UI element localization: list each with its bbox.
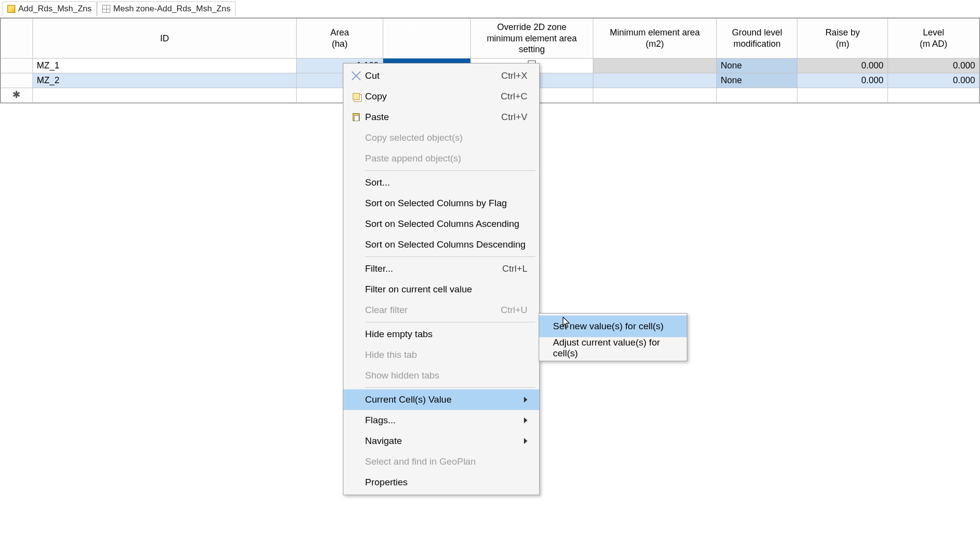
tab-bar: Add_Rds_Msh_Zns Mesh zone-Add_Rds_Msh_Zn… [0,0,980,18]
row-header-blank[interactable] [1,19,33,59]
menu-item-cut[interactable]: CutCtrl+X [343,65,539,86]
col-min-element-area[interactable]: Minimum element area (m2) [593,19,717,59]
cell-id[interactable] [32,88,297,102]
cell-level[interactable]: 0.000 [888,73,979,88]
menu-item-label: Cut [365,70,482,81]
tab-label: Mesh zone-Add_Rds_Msh_Zns [113,4,230,14]
col-raise-by[interactable]: Raise by (m) [797,19,888,59]
asterisk-icon: ✱ [12,89,21,100]
cell-id[interactable]: MZ_2 [32,73,297,88]
tab-label: Add_Rds_Msh_Zns [18,4,92,14]
new-row-star[interactable]: ✱ [1,88,33,102]
col-override[interactable]: Override 2D zone minimum element area se… [470,19,593,59]
cell-raise[interactable]: 0.000 [797,73,888,88]
col-area[interactable]: Area (ha) [297,19,383,59]
cell-ground[interactable]: None [716,73,797,88]
table-header-row: ID Area (ha) Maximum triangle area (m2) … [1,19,980,59]
col-level[interactable]: Level (m AD) [888,19,979,59]
cell-min-elem[interactable] [593,88,717,102]
cell-ground[interactable] [716,88,797,102]
cell-level[interactable]: 0.000 [888,58,979,73]
menu-item-shortcut: Ctrl+X [482,70,527,81]
menu-item-shortcut: Ctrl+C [481,91,527,102]
cell-level[interactable] [888,88,979,102]
cell-raise[interactable]: 0.000 [797,58,888,73]
polygon-icon [7,5,15,13]
cell-id[interactable]: MZ_1 [32,58,297,73]
context-menu: CutCtrl+XCopyCtrl+CPasteCtrl+VCopy selec… [343,63,540,103]
cell-raise[interactable] [797,88,888,102]
menu-item-copy[interactable]: CopyCtrl+C [343,86,539,103]
cell-ground[interactable]: None [716,58,797,73]
tab-add-rds-msh-zns[interactable]: Add_Rds_Msh_Zns [2,1,97,16]
col-max-triangle-area[interactable]: Maximum triangle area (m2) [383,19,470,59]
menu-item-label: Copy [365,91,481,102]
grid-icon [102,5,110,13]
col-ground-level-mod[interactable]: Ground level modification [716,19,797,59]
cell-min-elem[interactable] [593,73,717,88]
cut-icon [352,71,361,80]
row-indicator[interactable] [1,58,33,73]
tab-mesh-zone[interactable]: Mesh zone-Add_Rds_Msh_Zns [97,1,236,16]
copy-icon [353,93,360,100]
cell-min-elem[interactable] [593,58,717,73]
col-id[interactable]: ID [32,19,297,59]
row-indicator[interactable] [1,73,33,88]
